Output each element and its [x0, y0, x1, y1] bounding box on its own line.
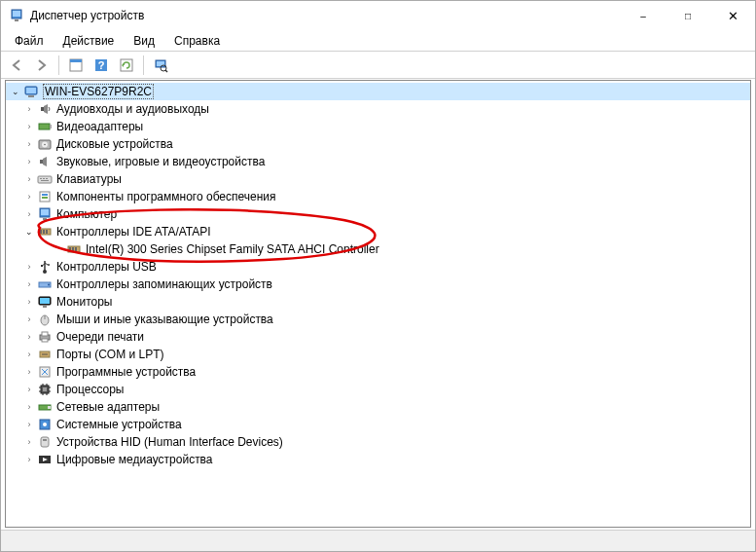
category-label: Программные устройства	[56, 365, 196, 379]
mouse-icon	[37, 312, 53, 327]
tree-root[interactable]: ⌄WIN-EVS627P9R2C	[6, 83, 750, 100]
cpu-icon	[37, 382, 53, 397]
minimize-button[interactable]: –	[621, 1, 666, 30]
tree-category-disk[interactable]: ›Дисковые устройства	[6, 135, 750, 153]
expand-arrow-icon[interactable]: ›	[23, 313, 35, 325]
expand-arrow-icon[interactable]: ›	[23, 156, 35, 167]
category-label: Порты (COM и LPT)	[56, 348, 164, 361]
tree-category-hid[interactable]: ›Устройства HID (Human Interface Devices…	[6, 433, 750, 451]
tree-category-computer[interactable]: ›Компьютер	[6, 205, 750, 223]
storage-icon	[37, 276, 53, 292]
category-label: Аудиовходы и аудиовыходы	[56, 102, 209, 116]
expand-arrow-icon[interactable]: ›	[23, 419, 35, 430]
audio-icon	[37, 101, 53, 117]
tree-category-mouse[interactable]: ›Мыши и иные указывающие устройства	[6, 311, 750, 328]
forward-button[interactable]	[30, 54, 54, 77]
status-bar	[1, 530, 755, 551]
computer-icon	[37, 206, 53, 222]
sound-icon	[37, 154, 53, 169]
help-button[interactable]	[90, 54, 113, 77]
tree-category-storage[interactable]: ›Контроллеры запоминающих устройств	[6, 276, 750, 293]
tree-category-keyboard[interactable]: ›Клавиатуры	[6, 170, 750, 188]
back-button[interactable]	[5, 54, 28, 77]
expand-arrow-icon[interactable]: ›	[23, 138, 35, 150]
maximize-button[interactable]: □	[666, 1, 710, 30]
root-label: WIN-EVS627P9R2C	[43, 84, 154, 99]
menu-help[interactable]: Справка	[164, 32, 230, 50]
media-icon	[37, 452, 53, 467]
category-label: Контроллеры USB	[56, 260, 157, 274]
category-label: Сетевые адаптеры	[56, 400, 160, 414]
toolbar-separator	[58, 55, 59, 75]
network-icon	[37, 399, 53, 415]
device-tree-pane: ⌄WIN-EVS627P9R2C›Аудиовходы и аудиовыход…	[5, 80, 751, 528]
tree-category-ide[interactable]: ⌄Контроллеры IDE ATA/ATAPI	[6, 223, 750, 240]
toolbar	[1, 52, 755, 79]
menu-file[interactable]: Файл	[5, 32, 54, 50]
tree-category-media[interactable]: ›Цифровые медиаустройства	[6, 451, 750, 468]
properties-button[interactable]	[64, 54, 88, 77]
category-label: Контроллеры IDE ATA/ATAPI	[56, 225, 211, 239]
disk-icon	[37, 136, 53, 152]
toolbar-separator	[143, 55, 144, 75]
expand-arrow-icon[interactable]	[53, 243, 64, 255]
tree-category-system[interactable]: ›Системные устройства	[6, 416, 750, 433]
expand-arrow-icon[interactable]: ›	[23, 173, 35, 185]
expand-arrow-icon[interactable]: ›	[23, 384, 35, 395]
monitor-icon	[37, 294, 53, 310]
expand-arrow-icon[interactable]: ›	[23, 401, 35, 413]
expand-arrow-icon[interactable]: ›	[23, 296, 35, 308]
tree-category-audio[interactable]: ›Аудиовходы и аудиовыходы	[6, 100, 750, 118]
tree-category-software[interactable]: ›Компоненты программного обеспечения	[6, 188, 750, 205]
expand-arrow-icon[interactable]: ›	[23, 331, 35, 343]
expand-arrow-icon[interactable]: ›	[23, 208, 35, 220]
system-icon	[37, 417, 53, 432]
tree-category-usb[interactable]: ›Контроллеры USB	[6, 258, 750, 276]
expand-arrow-icon[interactable]: ›	[23, 349, 35, 360]
category-label: Компьютер	[56, 207, 117, 221]
tree-device-sata[interactable]: Intel(R) 300 Series Chipset Family SATA …	[6, 240, 750, 258]
print-icon	[37, 329, 53, 345]
tree-category-cpu[interactable]: ›Процессоры	[6, 381, 750, 398]
progdev-icon	[37, 364, 53, 380]
ide-icon	[37, 224, 53, 239]
tree-category-monitor[interactable]: ›Мониторы	[6, 293, 750, 311]
tree-category-video[interactable]: ›Видеоадаптеры	[6, 118, 750, 135]
expand-arrow-icon[interactable]: ›	[23, 436, 35, 448]
menu-view[interactable]: Вид	[124, 32, 164, 50]
category-label: Цифровые медиаустройства	[56, 453, 213, 466]
tree-category-sound[interactable]: ›Звуковые, игровые и видеоустройства	[6, 153, 750, 170]
menu-action[interactable]: Действие	[54, 32, 125, 50]
hid-icon	[37, 434, 53, 450]
tree-category-print[interactable]: ›Очереди печати	[6, 328, 750, 346]
category-label: Звуковые, игровые и видеоустройства	[56, 155, 265, 168]
category-label: Дисковые устройства	[56, 137, 173, 151]
device-label: Intel(R) 300 Series Chipset Family SATA …	[86, 242, 379, 256]
category-label: Клавиатуры	[56, 172, 122, 186]
sata-icon	[66, 241, 82, 257]
close-button[interactable]: ✕	[710, 1, 755, 30]
menu-bar: Файл Действие Вид Справка	[1, 30, 755, 52]
window-title: Диспетчер устройств	[30, 9, 621, 22]
expand-arrow-icon[interactable]: ›	[23, 261, 35, 273]
keyboard-icon	[37, 171, 53, 187]
tree-category-progdev[interactable]: ›Программные устройства	[6, 363, 750, 381]
computer-icon	[23, 84, 39, 99]
expand-arrow-icon[interactable]: ›	[23, 366, 35, 378]
collapse-arrow-icon[interactable]: ⌄	[23, 226, 35, 238]
tree-category-network[interactable]: ›Сетевые адаптеры	[6, 398, 750, 416]
category-label: Устройства HID (Human Interface Devices)	[56, 435, 283, 449]
category-label: Видеоадаптеры	[56, 120, 143, 133]
expand-arrow-icon[interactable]: ›	[23, 278, 35, 290]
refresh-button[interactable]	[115, 54, 138, 77]
expand-arrow-icon[interactable]: ›	[23, 103, 35, 115]
title-bar: Диспетчер устройств – □ ✕	[1, 1, 755, 30]
tree-category-ports[interactable]: ›Порты (COM и LPT)	[6, 346, 750, 363]
expand-arrow-icon[interactable]: ›	[23, 454, 35, 465]
expand-arrow-icon[interactable]: ›	[23, 121, 35, 132]
scan-hardware-button[interactable]	[149, 54, 172, 77]
expand-arrow-icon[interactable]: ›	[23, 191, 35, 202]
category-label: Системные устройства	[56, 418, 182, 431]
collapse-arrow-icon[interactable]: ⌄	[10, 86, 21, 97]
category-label: Компоненты программного обеспечения	[56, 190, 276, 203]
